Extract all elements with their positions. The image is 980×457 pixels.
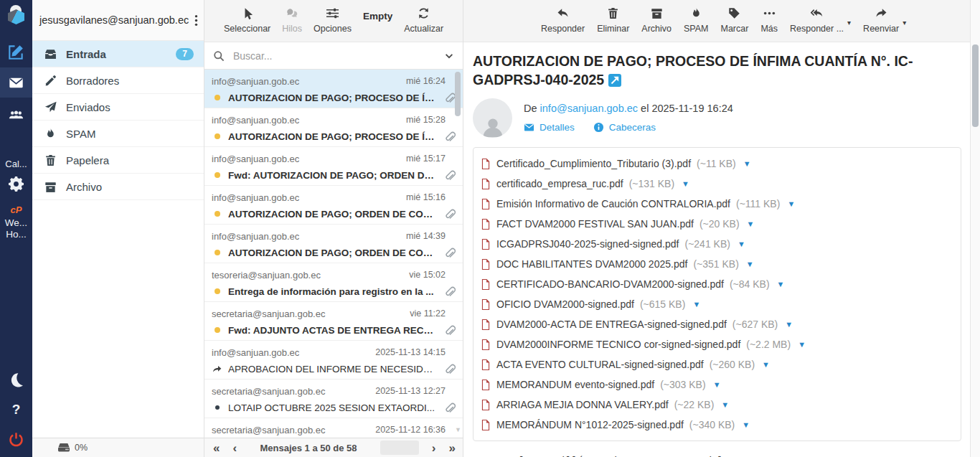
rail-logout[interactable] [0,428,32,450]
spam-button[interactable]: SPAM [684,0,709,34]
scroll-down-arrow-icon[interactable]: ▼ [455,426,461,433]
message-row[interactable]: info@sanjuan.gob.ecmié 15:28AUTORIZACION… [204,108,463,147]
rail-settings[interactable] [0,174,32,194]
attachment-menu-caret-icon[interactable]: ▼ [798,340,806,349]
attachment[interactable]: FACT DVAM2000 FESTIVAL SAN JUAN.pdf(~20 … [481,214,754,234]
attachment[interactable]: MEMORÁNDUM N°1012-2025-signed.pdf(~340 K… [481,415,750,435]
attachment[interactable]: ARRIAGA MEJIA DONNA VALERY.pdf(~22 KB)▼ [481,395,729,415]
rail-dark-mode[interactable] [0,369,32,390]
attachment-menu-caret-icon[interactable]: ▼ [721,400,729,409]
list-scrollbar-thumb[interactable] [455,72,461,116]
attachment-menu-caret-icon[interactable]: ▼ [742,420,750,429]
attachment-menu-caret-icon[interactable]: ▼ [747,220,755,228]
attachment-menu-caret-icon[interactable]: ▼ [682,179,689,188]
attachment-menu-caret-icon[interactable]: ▼ [743,159,751,168]
attachment-name[interactable]: MEMORANDUM evento-signed.pdf [496,379,654,390]
attachment[interactable]: certificado_empresa_ruc.pdf(~131 KB)▼ [481,174,717,194]
attachment-menu-caret-icon[interactable]: ▼ [785,320,793,329]
rail-calendar-label[interactable]: Cal... [0,158,32,169]
attachment-menu-caret-icon[interactable]: ▼ [692,300,700,308]
attachment-name[interactable]: OFICIO DVAM2000-signed.pdf [496,298,634,310]
sidebar-item-papelera[interactable]: Papelera [32,147,204,174]
attachment-name[interactable]: Certificado_Cumplimiento_Tributario (3).… [496,158,691,169]
list-scrollbar[interactable]: ▼ [455,72,461,116]
attachment[interactable]: ACTA EVENTO CULTURAL-signed-signed.pdf(~… [481,354,770,374]
kebab-menu-icon[interactable] [194,14,198,27]
message-row[interactable]: info@sanjuan.gob.ecmié 15:17Fwd: AUTORIZ… [204,147,463,186]
search-input[interactable] [232,50,437,62]
dropdown-caret-icon[interactable]: ▾ [903,19,906,27]
rail-webmail-home-label[interactable]: We...Ho... [0,217,32,241]
attachment-menu-caret-icon[interactable]: ▼ [746,260,754,268]
message-row[interactable]: secretaria@sanjuan.gob.ecvie 11:22Fwd: A… [204,302,463,341]
attachment-name[interactable]: FACT DVAM2000 FESTIVAL SAN JUAN.pdf [496,218,694,230]
attachment-name[interactable]: ICGADPRSJ040-2025-signed-signed.pdf [496,238,679,250]
attachment-menu-caret-icon[interactable]: ▼ [787,199,795,208]
attachment-name[interactable]: certificado_empresa_ruc.pdf [496,178,623,189]
attachment[interactable]: ICGADPRSJ040-2025-signed-signed.pdf(~241… [481,234,745,254]
attachment-name[interactable]: ARRIAGA MEJIA DONNA VALERY.pdf [496,399,669,410]
chevron-down-icon[interactable] [444,51,454,61]
page-jump-box[interactable] [380,440,419,455]
message-row[interactable]: secretaria@sanjuan.gob.ec2025-11-12 16:3… [204,418,463,440]
details-button[interactable]: Detalles [524,122,575,133]
attachment[interactable]: CERTIFICADO-BANCARIO-DVAM2000-signed.pdf… [481,274,784,294]
delete-button[interactable]: Eliminar [597,0,629,34]
message-row[interactable]: tesoreria@sanjuan.gob.ecvie 15:02Entrega… [204,263,463,302]
attachment-name[interactable]: Emisión Informativo de Caución CONTRALOR… [496,198,730,209]
rail-help-label[interactable]: ? [0,401,32,418]
window-scrollbar[interactable] [970,0,980,457]
sender-email-link[interactable]: info@sanjuan.gob.ec [540,103,638,114]
attachment-name[interactable]: DVAM2000INFORME TECNICO cor-signed-signe… [496,339,740,350]
refresh-button[interactable]: Actualizar [404,0,443,34]
reply-all-button[interactable]: Responder ... [790,0,844,34]
next-page-button[interactable]: › [432,442,436,454]
attachment-menu-caret-icon[interactable]: ▼ [713,380,721,389]
attachment-name[interactable]: DVAM2000-ACTA DE ENTREGA-signed-signed.p… [496,319,727,330]
first-page-button[interactable]: « [213,442,220,454]
mark-button[interactable]: Marcar [721,0,749,34]
headers-button[interactable]: Cabeceras [593,122,656,133]
options-button[interactable]: Opciones [314,0,352,34]
attachment-name[interactable]: ACTA EVENTO CULTURAL-signed-signed.pdf [496,359,704,370]
message-row[interactable]: info@sanjuan.gob.ec2025-11-13 14:15APROB… [204,341,463,380]
select-button[interactable]: Seleccionar [224,0,270,34]
rail-mail[interactable] [0,67,32,98]
attachment[interactable]: DVAM2000INFORME TECNICO cor-signed-signe… [481,334,806,354]
attachment[interactable]: DOC HABILITANTES DVAM2000 2025.pdf(~351 … [481,254,754,274]
sidebar-item-borradores[interactable]: Borradores [32,67,204,94]
more-button[interactable]: Más [760,0,778,34]
rail-cpanel-label[interactable]: cP [0,204,32,215]
attachment-name[interactable]: MEMORÁNDUM N°1012-2025-signed.pdf [496,419,684,430]
archive-button[interactable]: Archivo [641,0,672,34]
forward-button[interactable]: Reenviar [863,0,899,34]
message-row[interactable]: info@sanjuan.gob.ecmié 16:24AUTORIZACION… [204,70,463,108]
rail-contacts[interactable] [0,105,32,125]
message-row[interactable]: secretaria@sanjuan.gob.ec2025-11-13 12:2… [204,380,463,418]
attachment[interactable]: DVAM2000-ACTA DE ENTREGA-signed-signed.p… [481,314,793,334]
sidebar-item-spam[interactable]: SPAM [32,121,204,147]
attachment[interactable]: Certificado_Cumplimiento_Tributario (3).… [481,154,751,174]
sidebar-item-archivo[interactable]: Archivo [32,174,204,200]
last-page-button[interactable]: » [449,442,456,454]
message-row[interactable]: info@sanjuan.gob.ecmié 15:16AUTORIZACION… [204,186,463,225]
attachment-menu-caret-icon[interactable]: ▼ [762,360,770,369]
threads-button[interactable]: Hilos [282,0,302,34]
attachment-menu-caret-icon[interactable]: ▼ [738,240,745,248]
reply-button[interactable]: Responder [541,0,585,34]
dropdown-caret-icon[interactable]: ▾ [847,19,851,27]
window-scrollbar-thumb[interactable] [972,44,979,127]
rail-compose[interactable] [0,42,32,62]
attachment[interactable]: OFICIO DVAM2000-signed.pdf(~615 KB)▼ [481,294,717,314]
attachment-name[interactable]: CERTIFICADO-BANCARIO-DVAM2000-signed.pdf [496,278,724,290]
prev-page-button[interactable]: ‹ [232,442,237,454]
external-link-icon[interactable] [608,74,621,87]
message-row[interactable]: info@sanjuan.gob.ecmié 14:39AUTORIZACION… [204,225,463,263]
sidebar-item-enviados[interactable]: Enviados [32,94,204,121]
sidebar-item-entrada[interactable]: Entrada7 [32,41,204,67]
attachment[interactable]: MEMORANDUM evento-signed.pdf(~303 KB)▼ [481,374,721,395]
attachment-name[interactable]: DOC HABILITANTES DVAM2000 2025.pdf [496,258,687,270]
attachment-menu-caret-icon[interactable]: ▼ [777,280,785,288]
empty-button[interactable]: Empty [363,0,392,27]
attachment[interactable]: Emisión Informativo de Caución CONTRALOR… [481,194,795,214]
